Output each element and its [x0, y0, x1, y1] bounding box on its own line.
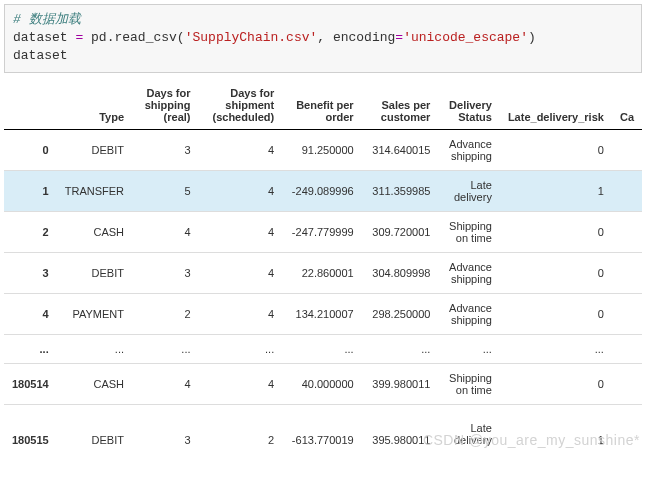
table-row: 180515 DEBIT 3 2 -613.770019 395.980011 … — [4, 404, 642, 454]
ellipsis-row: ... ... ... ... ... ... ... ... — [4, 334, 642, 363]
col-index — [4, 81, 57, 130]
col-sales: Sales per customer — [362, 81, 439, 130]
table-row-selected: 1 TRANSFER 5 4 -249.089996 311.359985 La… — [4, 170, 642, 211]
col-partial: Ca — [612, 81, 642, 130]
col-days-sched: Days for shipment (scheduled) — [199, 81, 283, 130]
code-cell: # 数据加载 dataset = pd.read_csv('SupplyChai… — [4, 4, 642, 73]
table-row: 4 PAYMENT 2 4 134.210007 298.250000 Adva… — [4, 293, 642, 334]
table-row: 2 CASH 4 4 -247.779999 309.720001 Shippi… — [4, 211, 642, 252]
col-days-real: Days for shipping (real) — [132, 81, 199, 130]
dataframe-table: Type Days for shipping (real) Days for s… — [4, 81, 642, 455]
col-benefit: Benefit per order — [282, 81, 361, 130]
header-row: Type Days for shipping (real) Days for s… — [4, 81, 642, 130]
col-late-risk: Late_delivery_risk — [500, 81, 612, 130]
code-comment: # 数据加载 — [13, 11, 633, 29]
col-type: Type — [57, 81, 132, 130]
table-row: 3 DEBIT 3 4 22.860001 304.809998 Advance… — [4, 252, 642, 293]
table-row: 0 DEBIT 3 4 91.250000 314.640015 Advance… — [4, 129, 642, 170]
code-line-1: dataset = pd.read_csv('SupplyChain.csv',… — [13, 29, 633, 47]
code-line-2: dataset — [13, 47, 633, 65]
col-delivery: Delivery Status — [438, 81, 500, 130]
dataframe-output: Type Days for shipping (real) Days for s… — [0, 77, 646, 459]
table-row: 180514 CASH 4 4 40.000000 399.980011 Shi… — [4, 363, 642, 404]
